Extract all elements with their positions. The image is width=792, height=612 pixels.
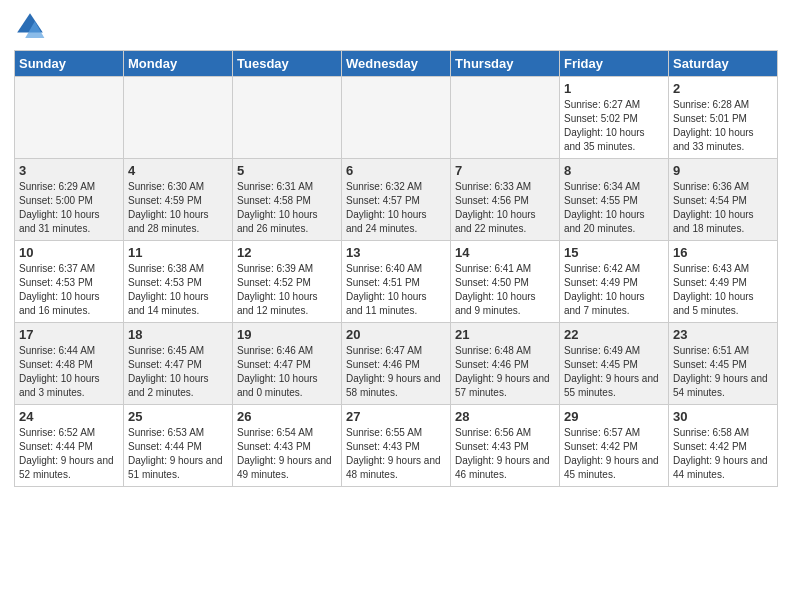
day-info: Sunrise: 6:32 AM Sunset: 4:57 PM Dayligh…: [346, 180, 446, 236]
day-number: 18: [128, 327, 228, 342]
calendar-cell: 24Sunrise: 6:52 AM Sunset: 4:44 PM Dayli…: [15, 405, 124, 487]
day-info: Sunrise: 6:37 AM Sunset: 4:53 PM Dayligh…: [19, 262, 119, 318]
day-info: Sunrise: 6:51 AM Sunset: 4:45 PM Dayligh…: [673, 344, 773, 400]
day-number: 3: [19, 163, 119, 178]
day-number: 9: [673, 163, 773, 178]
calendar-cell: 27Sunrise: 6:55 AM Sunset: 4:43 PM Dayli…: [342, 405, 451, 487]
day-info: Sunrise: 6:27 AM Sunset: 5:02 PM Dayligh…: [564, 98, 664, 154]
day-number: 2: [673, 81, 773, 96]
calendar-table: SundayMondayTuesdayWednesdayThursdayFrid…: [14, 50, 778, 487]
calendar-cell: 20Sunrise: 6:47 AM Sunset: 4:46 PM Dayli…: [342, 323, 451, 405]
day-info: Sunrise: 6:42 AM Sunset: 4:49 PM Dayligh…: [564, 262, 664, 318]
day-info: Sunrise: 6:39 AM Sunset: 4:52 PM Dayligh…: [237, 262, 337, 318]
day-info: Sunrise: 6:31 AM Sunset: 4:58 PM Dayligh…: [237, 180, 337, 236]
day-number: 13: [346, 245, 446, 260]
day-number: 1: [564, 81, 664, 96]
weekday-header-friday: Friday: [560, 51, 669, 77]
day-number: 24: [19, 409, 119, 424]
header: [14, 10, 778, 42]
calendar-week-2: 3Sunrise: 6:29 AM Sunset: 5:00 PM Daylig…: [15, 159, 778, 241]
day-info: Sunrise: 6:46 AM Sunset: 4:47 PM Dayligh…: [237, 344, 337, 400]
calendar-cell: [15, 77, 124, 159]
calendar-cell: 3Sunrise: 6:29 AM Sunset: 5:00 PM Daylig…: [15, 159, 124, 241]
day-number: 4: [128, 163, 228, 178]
calendar-cell: 15Sunrise: 6:42 AM Sunset: 4:49 PM Dayli…: [560, 241, 669, 323]
day-number: 6: [346, 163, 446, 178]
day-number: 14: [455, 245, 555, 260]
day-info: Sunrise: 6:56 AM Sunset: 4:43 PM Dayligh…: [455, 426, 555, 482]
day-number: 17: [19, 327, 119, 342]
calendar-cell: 7Sunrise: 6:33 AM Sunset: 4:56 PM Daylig…: [451, 159, 560, 241]
calendar-week-3: 10Sunrise: 6:37 AM Sunset: 4:53 PM Dayli…: [15, 241, 778, 323]
day-number: 26: [237, 409, 337, 424]
weekday-header-sunday: Sunday: [15, 51, 124, 77]
calendar-cell: 6Sunrise: 6:32 AM Sunset: 4:57 PM Daylig…: [342, 159, 451, 241]
calendar-week-4: 17Sunrise: 6:44 AM Sunset: 4:48 PM Dayli…: [15, 323, 778, 405]
day-info: Sunrise: 6:55 AM Sunset: 4:43 PM Dayligh…: [346, 426, 446, 482]
day-number: 7: [455, 163, 555, 178]
calendar-cell: 8Sunrise: 6:34 AM Sunset: 4:55 PM Daylig…: [560, 159, 669, 241]
day-info: Sunrise: 6:30 AM Sunset: 4:59 PM Dayligh…: [128, 180, 228, 236]
day-info: Sunrise: 6:38 AM Sunset: 4:53 PM Dayligh…: [128, 262, 228, 318]
logo-icon: [14, 10, 46, 42]
day-number: 30: [673, 409, 773, 424]
day-number: 27: [346, 409, 446, 424]
day-info: Sunrise: 6:33 AM Sunset: 4:56 PM Dayligh…: [455, 180, 555, 236]
calendar-cell: 26Sunrise: 6:54 AM Sunset: 4:43 PM Dayli…: [233, 405, 342, 487]
calendar-header: SundayMondayTuesdayWednesdayThursdayFrid…: [15, 51, 778, 77]
day-info: Sunrise: 6:40 AM Sunset: 4:51 PM Dayligh…: [346, 262, 446, 318]
calendar-cell: 1Sunrise: 6:27 AM Sunset: 5:02 PM Daylig…: [560, 77, 669, 159]
calendar-cell: [451, 77, 560, 159]
day-info: Sunrise: 6:29 AM Sunset: 5:00 PM Dayligh…: [19, 180, 119, 236]
day-number: 12: [237, 245, 337, 260]
day-info: Sunrise: 6:54 AM Sunset: 4:43 PM Dayligh…: [237, 426, 337, 482]
day-number: 20: [346, 327, 446, 342]
day-number: 23: [673, 327, 773, 342]
calendar-cell: 5Sunrise: 6:31 AM Sunset: 4:58 PM Daylig…: [233, 159, 342, 241]
calendar-cell: 18Sunrise: 6:45 AM Sunset: 4:47 PM Dayli…: [124, 323, 233, 405]
calendar-cell: 10Sunrise: 6:37 AM Sunset: 4:53 PM Dayli…: [15, 241, 124, 323]
day-info: Sunrise: 6:57 AM Sunset: 4:42 PM Dayligh…: [564, 426, 664, 482]
day-info: Sunrise: 6:43 AM Sunset: 4:49 PM Dayligh…: [673, 262, 773, 318]
calendar-week-1: 1Sunrise: 6:27 AM Sunset: 5:02 PM Daylig…: [15, 77, 778, 159]
calendar-cell: 23Sunrise: 6:51 AM Sunset: 4:45 PM Dayli…: [669, 323, 778, 405]
day-info: Sunrise: 6:53 AM Sunset: 4:44 PM Dayligh…: [128, 426, 228, 482]
day-number: 21: [455, 327, 555, 342]
calendar-body: 1Sunrise: 6:27 AM Sunset: 5:02 PM Daylig…: [15, 77, 778, 487]
weekday-header-tuesday: Tuesday: [233, 51, 342, 77]
calendar-cell: 29Sunrise: 6:57 AM Sunset: 4:42 PM Dayli…: [560, 405, 669, 487]
calendar-cell: 21Sunrise: 6:48 AM Sunset: 4:46 PM Dayli…: [451, 323, 560, 405]
calendar-cell: 28Sunrise: 6:56 AM Sunset: 4:43 PM Dayli…: [451, 405, 560, 487]
calendar-cell: 12Sunrise: 6:39 AM Sunset: 4:52 PM Dayli…: [233, 241, 342, 323]
day-info: Sunrise: 6:36 AM Sunset: 4:54 PM Dayligh…: [673, 180, 773, 236]
calendar-cell: 4Sunrise: 6:30 AM Sunset: 4:59 PM Daylig…: [124, 159, 233, 241]
calendar-week-5: 24Sunrise: 6:52 AM Sunset: 4:44 PM Dayli…: [15, 405, 778, 487]
day-number: 8: [564, 163, 664, 178]
day-number: 28: [455, 409, 555, 424]
day-number: 19: [237, 327, 337, 342]
day-number: 29: [564, 409, 664, 424]
calendar-cell: 30Sunrise: 6:58 AM Sunset: 4:42 PM Dayli…: [669, 405, 778, 487]
page: SundayMondayTuesdayWednesdayThursdayFrid…: [0, 0, 792, 497]
weekday-header-wednesday: Wednesday: [342, 51, 451, 77]
calendar-cell: 19Sunrise: 6:46 AM Sunset: 4:47 PM Dayli…: [233, 323, 342, 405]
calendar-cell: 13Sunrise: 6:40 AM Sunset: 4:51 PM Dayli…: [342, 241, 451, 323]
day-info: Sunrise: 6:58 AM Sunset: 4:42 PM Dayligh…: [673, 426, 773, 482]
day-info: Sunrise: 6:28 AM Sunset: 5:01 PM Dayligh…: [673, 98, 773, 154]
weekday-header-saturday: Saturday: [669, 51, 778, 77]
day-number: 22: [564, 327, 664, 342]
day-number: 25: [128, 409, 228, 424]
calendar-cell: 2Sunrise: 6:28 AM Sunset: 5:01 PM Daylig…: [669, 77, 778, 159]
day-info: Sunrise: 6:48 AM Sunset: 4:46 PM Dayligh…: [455, 344, 555, 400]
day-number: 16: [673, 245, 773, 260]
day-info: Sunrise: 6:34 AM Sunset: 4:55 PM Dayligh…: [564, 180, 664, 236]
day-number: 5: [237, 163, 337, 178]
day-info: Sunrise: 6:41 AM Sunset: 4:50 PM Dayligh…: [455, 262, 555, 318]
logo: [14, 10, 50, 42]
weekday-header-row: SundayMondayTuesdayWednesdayThursdayFrid…: [15, 51, 778, 77]
weekday-header-thursday: Thursday: [451, 51, 560, 77]
day-number: 10: [19, 245, 119, 260]
day-info: Sunrise: 6:52 AM Sunset: 4:44 PM Dayligh…: [19, 426, 119, 482]
day-number: 15: [564, 245, 664, 260]
calendar-cell: 25Sunrise: 6:53 AM Sunset: 4:44 PM Dayli…: [124, 405, 233, 487]
